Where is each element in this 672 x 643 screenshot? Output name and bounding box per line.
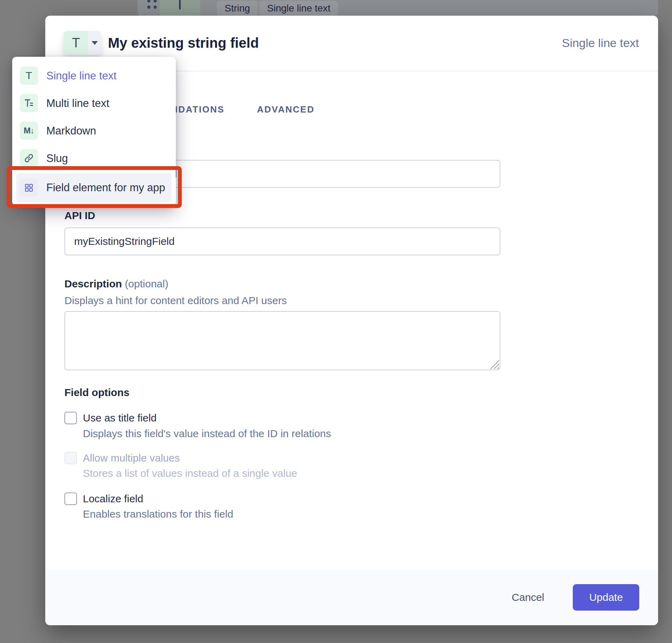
description-label: Description (optional) <box>64 278 168 290</box>
drag-handle-icon <box>154 6 157 9</box>
menu-item-label: Markdown <box>46 117 96 145</box>
use-as-title-checkbox[interactable] <box>64 412 77 424</box>
menu-item-multi-line-text[interactable]: Multi line text <box>12 90 176 117</box>
field-options-heading: Field options <box>64 386 130 399</box>
localize-field-label: Localize field <box>83 493 143 505</box>
localize-field-helper: Enables translations for this field <box>83 508 233 520</box>
menu-item-field-element-for-my-app[interactable]: Field element for my app <box>16 173 172 202</box>
field-type-caret-button[interactable] <box>88 31 101 55</box>
field-type-letter: T <box>175 0 185 13</box>
modal-title: My existing string field <box>108 31 259 55</box>
field-type-dropdown-trigger[interactable]: T <box>64 31 101 55</box>
widget-badge: Single line text <box>259 1 338 16</box>
slug-icon <box>20 149 38 167</box>
dimmed-backdrop: T String Single line text T My existing … <box>0 0 672 643</box>
menu-item-label: Slug <box>46 145 68 172</box>
allow-multiple-values-helper: Stores a list of values instead of a sin… <box>83 467 297 480</box>
menu-item-markdown[interactable]: M↓ Markdown <box>12 117 176 145</box>
type-badge: String <box>217 1 258 16</box>
single-line-text-icon: T <box>64 31 88 55</box>
field-type-dropdown-menu: T Single line text Multi line text M↓ Ma… <box>12 57 176 206</box>
allow-multiple-values-checkbox <box>64 452 77 464</box>
field-type-label: Single line text <box>562 31 639 55</box>
drag-handle-icon <box>147 0 150 2</box>
description-textarea[interactable] <box>64 311 500 370</box>
menu-item-single-line-text[interactable]: T Single line text <box>12 62 176 90</box>
localize-field-checkbox[interactable] <box>64 493 77 505</box>
menu-item-slug[interactable]: Slug <box>12 145 176 172</box>
menu-item-label: Field element for my app <box>46 173 165 202</box>
drag-handle-icon <box>147 6 150 9</box>
description-hint: Displays a hint for content editors and … <box>64 294 287 307</box>
allow-multiple-values-label: Allow multiple values <box>83 452 180 464</box>
field-type-cell: T <box>159 0 200 16</box>
api-id-input[interactable] <box>64 227 500 255</box>
use-as-title-helper: Displays this field's value instead of t… <box>83 427 331 440</box>
drag-handle-icon <box>154 0 157 2</box>
cancel-button[interactable]: Cancel <box>510 591 546 604</box>
menu-item-label: Single line text <box>46 62 117 90</box>
use-as-title-label: Use as title field <box>83 412 157 424</box>
description-label-text: Description <box>64 278 122 289</box>
background-field-row: T String Single line text <box>138 0 658 16</box>
tab-advanced[interactable]: ADVANCED <box>257 104 314 115</box>
modal-footer: Cancel Update <box>45 570 658 625</box>
markdown-icon: M↓ <box>20 122 38 140</box>
api-id-label: API ID <box>64 209 95 222</box>
multi-line-text-icon <box>20 94 38 112</box>
field-type-letter: T <box>72 36 80 51</box>
chevron-down-icon <box>92 41 98 45</box>
update-button[interactable]: Update <box>573 584 639 611</box>
single-line-text-icon: T <box>20 67 38 85</box>
app-grid-icon <box>20 179 38 197</box>
menu-item-label: Multi line text <box>46 90 109 117</box>
optional-suffix: (optional) <box>125 278 168 289</box>
